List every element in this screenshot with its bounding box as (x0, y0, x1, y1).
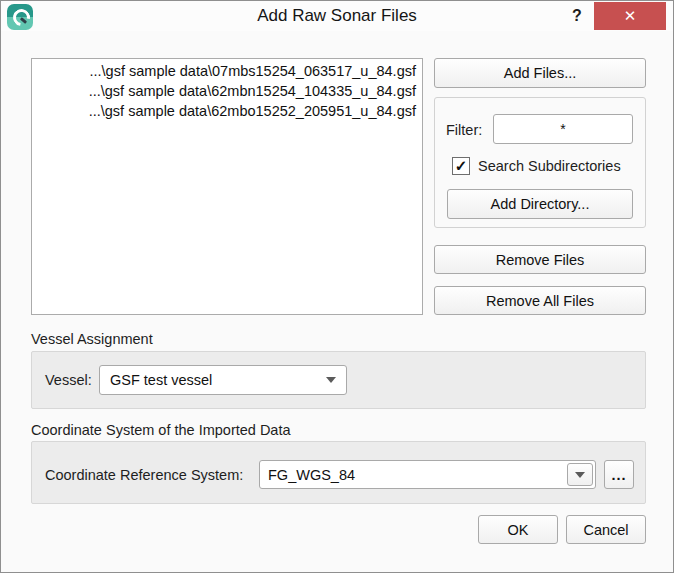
file-list-item[interactable]: ...\gsf sample data\07mbs15254_063517_u_… (32, 61, 422, 81)
filter-label: Filter: (446, 122, 482, 138)
coordinate-system-section-title: Coordinate System of the Imported Data (31, 422, 291, 438)
checkmark-icon: ✓ (455, 157, 468, 175)
crs-browse-button[interactable]: ... (604, 460, 634, 489)
crs-dropdown-button[interactable] (567, 463, 593, 486)
remove-all-files-button[interactable]: Remove All Files (434, 286, 646, 315)
search-subdirectories-label[interactable]: Search Subdirectories (478, 158, 621, 174)
close-button[interactable]: ✕ (594, 2, 666, 30)
dropdown-arrow-icon (575, 472, 585, 478)
file-list-item[interactable]: ...\gsf sample data\62mbo15252_205951_u_… (32, 101, 422, 121)
help-button[interactable]: ? (565, 2, 589, 29)
add-directory-button[interactable]: Add Directory... (447, 189, 633, 219)
cancel-button[interactable]: Cancel (566, 515, 646, 544)
add-raw-sonar-files-dialog: Add Raw Sonar Files ? ✕ ...\gsf sample d… (0, 0, 674, 573)
dropdown-arrow-icon (326, 377, 336, 383)
vessel-label: Vessel: (45, 372, 92, 388)
vessel-select[interactable]: GSF test vessel (99, 365, 347, 395)
crs-combobox[interactable]: FG_WGS_84 (259, 460, 596, 489)
vessel-select-value: GSF test vessel (110, 372, 212, 388)
search-subdirectories-checkbox[interactable]: ✓ (452, 157, 470, 175)
ok-button[interactable]: OK (478, 515, 558, 544)
file-list[interactable]: ...\gsf sample data\07mbs15254_063517_u_… (31, 58, 423, 315)
remove-files-button[interactable]: Remove Files (434, 245, 646, 274)
file-list-item[interactable]: ...\gsf sample data\62mbn15254_104335_u_… (32, 81, 422, 101)
add-files-button[interactable]: Add Files... (434, 58, 646, 88)
help-icon: ? (572, 7, 582, 25)
crs-label: Coordinate Reference System: (45, 467, 243, 483)
crs-combobox-value: FG_WGS_84 (260, 467, 567, 483)
titlebar: Add Raw Sonar Files ? ✕ (1, 1, 673, 31)
filter-input[interactable] (493, 114, 633, 144)
close-icon: ✕ (624, 7, 637, 25)
vessel-assignment-section-title: Vessel Assignment (31, 331, 153, 347)
